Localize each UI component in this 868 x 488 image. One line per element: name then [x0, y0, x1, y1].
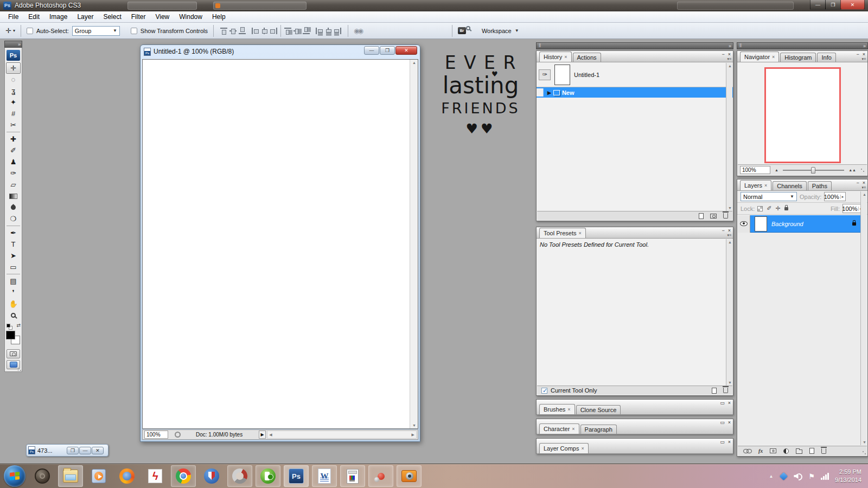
- auto-select-checkbox[interactable]: [27, 28, 33, 34]
- elliptical-marquee-tool[interactable]: ◌: [6, 74, 21, 85]
- clone-stamp-tool[interactable]: ♟: [6, 156, 21, 168]
- history-snapshot-row[interactable]: ✑ Untitled-1: [537, 62, 733, 87]
- doc-close-button[interactable]: ✕: [395, 46, 417, 55]
- taskbar-firefox[interactable]: [114, 465, 139, 487]
- current-tool-only-checkbox[interactable]: [541, 388, 547, 394]
- pen-tool[interactable]: ✒: [6, 227, 21, 239]
- quick-selection-tool[interactable]: ✦: [6, 97, 21, 108]
- lock-transparency-icon[interactable]: [757, 206, 763, 211]
- lock-position-icon[interactable]: ✛: [776, 205, 781, 212]
- show-transform-checkbox[interactable]: [131, 28, 137, 34]
- distribute-left-edges-icon[interactable]: [316, 28, 323, 34]
- scroll-up-icon[interactable]: ▲: [863, 192, 866, 196]
- taskbar-camera-app[interactable]: [397, 465, 422, 487]
- scroll-down-icon[interactable]: ▼: [728, 206, 732, 210]
- mini-minimize-button[interactable]: —: [79, 447, 91, 454]
- current-tool-chip[interactable]: ✛▾: [5, 27, 15, 35]
- vertical-scrollbar[interactable]: ▲ ▼: [410, 60, 418, 428]
- mini-arrow-icon[interactable]: ▸: [840, 195, 844, 199]
- crop-tool[interactable]: #: [6, 108, 21, 119]
- taskbar-photoshop[interactable]: Ps: [284, 465, 309, 487]
- taskbar-dark-circle-app[interactable]: [30, 465, 55, 487]
- tool-presets-scrollbar[interactable]: ▲▼: [726, 239, 732, 386]
- close-button[interactable]: ✕: [840, 0, 865, 10]
- volume-icon[interactable]: [794, 472, 802, 480]
- add-layer-mask-icon[interactable]: [770, 448, 776, 453]
- scroll-down-icon[interactable]: ▼: [728, 381, 732, 384]
- panel-close-icon[interactable]: ×: [728, 400, 731, 406]
- collapse-dock-icon[interactable]: »: [863, 43, 865, 49]
- lasso-tool[interactable]: ʓ: [6, 85, 21, 97]
- close-tab-icon[interactable]: ×: [567, 407, 570, 412]
- show-hidden-icons-button[interactable]: ▲: [769, 474, 773, 479]
- align-horizontal-centers-icon[interactable]: [261, 28, 268, 34]
- scroll-down-icon[interactable]: ▼: [412, 423, 416, 427]
- panel-menu-icon[interactable]: ▾≡: [861, 57, 866, 61]
- horizontal-scrollbar[interactable]: ◀ ▶: [267, 431, 417, 439]
- distribute-right-edges-icon[interactable]: [334, 28, 341, 34]
- distribute-horizontal-centers-icon[interactable]: [325, 28, 332, 34]
- taskbar-shield-app[interactable]: [199, 465, 224, 487]
- panel-menu-icon[interactable]: ▾≡: [727, 57, 731, 61]
- layer-visibility-cell[interactable]: [738, 215, 750, 233]
- taskbar-clock[interactable]: 2:59 PM 9/13/2014: [835, 468, 861, 484]
- tab-history[interactable]: History×: [539, 52, 572, 62]
- layer-row-background[interactable]: Background: [738, 215, 860, 233]
- new-group-icon[interactable]: [796, 450, 802, 454]
- menu-edit[interactable]: Edit: [23, 12, 44, 22]
- scroll-up-icon[interactable]: ▲: [728, 240, 732, 244]
- distribute-vertical-centers-icon[interactable]: [293, 28, 301, 34]
- type-tool[interactable]: T: [6, 239, 21, 250]
- navigator-zoom-field[interactable]: 100%: [740, 166, 770, 174]
- workspace-dropdown-icon[interactable]: ▼: [515, 28, 519, 33]
- panel-menu-icon[interactable]: ▾≡: [861, 185, 866, 189]
- taskbar-swirl-app[interactable]: [227, 465, 252, 487]
- taskbar-explorer[interactable]: [58, 465, 83, 487]
- taskbar-lightning-app[interactable]: [143, 465, 168, 487]
- slice-tool[interactable]: ✂: [6, 119, 21, 131]
- document-title-bar[interactable]: Untitled-1 @ 100% (RGB/8) — ❐ ✕: [141, 45, 420, 58]
- doc-restore-button[interactable]: ❐: [380, 46, 395, 55]
- eyedropper-tool[interactable]: ❜: [6, 287, 21, 298]
- notes-tool[interactable]: ▤: [6, 275, 21, 287]
- zoom-tool[interactable]: [6, 310, 21, 321]
- close-tab-icon[interactable]: ×: [581, 446, 584, 451]
- tab-paths[interactable]: Paths: [808, 181, 832, 190]
- tab-layers[interactable]: Layers×: [740, 180, 771, 190]
- action-center-flag-icon[interactable]: ⚑: [808, 472, 815, 480]
- mini-restore-button[interactable]: ❐: [67, 447, 79, 454]
- scroll-left-icon[interactable]: ◀: [269, 433, 272, 437]
- panel-close-icon[interactable]: ×: [728, 52, 731, 57]
- panel-minimize-icon[interactable]: −: [722, 52, 724, 57]
- layer-style-icon[interactable]: fx: [758, 448, 763, 454]
- menu-select[interactable]: Select: [98, 12, 126, 22]
- hand-tool[interactable]: ✋: [6, 298, 21, 310]
- taskbar-media-player[interactable]: [86, 465, 111, 487]
- panel-minimize-icon[interactable]: −: [856, 52, 859, 57]
- close-tab-icon[interactable]: ×: [772, 54, 775, 60]
- tab-brushes[interactable]: Brushes×: [539, 404, 575, 414]
- dock-header[interactable]: ⦀»: [737, 42, 868, 49]
- distribute-bottom-edges-icon[interactable]: [303, 28, 310, 34]
- canvas[interactable]: ▲ ▼: [142, 59, 418, 429]
- collapse-dock-icon[interactable]: »: [18, 42, 20, 47]
- menu-window[interactable]: Window: [174, 12, 207, 22]
- auto-select-dropdown[interactable]: Group ▼: [72, 26, 120, 36]
- history-brush-tool[interactable]: ✑: [6, 168, 21, 179]
- eraser-tool[interactable]: ▱: [6, 179, 21, 190]
- delete-state-icon[interactable]: [723, 213, 728, 219]
- delete-layer-icon[interactable]: [821, 448, 826, 454]
- toolbox-header[interactable]: ⦀»: [4, 41, 22, 48]
- close-tab-icon[interactable]: ×: [764, 183, 767, 188]
- menu-file[interactable]: File: [3, 12, 23, 22]
- adjustment-layer-icon[interactable]: [783, 448, 789, 454]
- healing-brush-tool[interactable]: ✚: [6, 133, 21, 145]
- scroll-right-icon[interactable]: ▶: [412, 433, 414, 437]
- lock-all-icon[interactable]: [784, 207, 788, 210]
- panel-close-icon[interactable]: ×: [728, 228, 731, 233]
- distribute-top-edges-icon[interactable]: [284, 28, 291, 34]
- blend-mode-dropdown[interactable]: Normal▼: [741, 192, 797, 201]
- zoom-percent-field[interactable]: 100%: [144, 431, 168, 439]
- swap-colors-icon[interactable]: ⇄: [16, 323, 21, 328]
- status-menu-arrow-button[interactable]: ▶: [259, 431, 266, 439]
